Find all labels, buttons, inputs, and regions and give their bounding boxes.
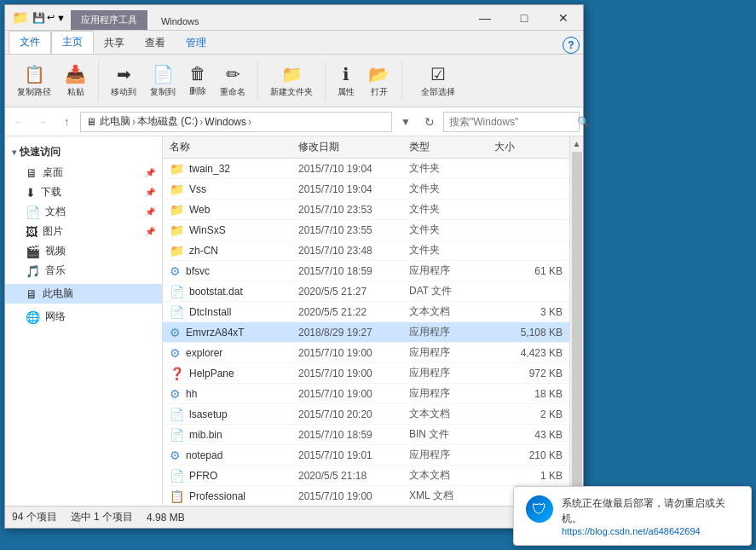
network-section: 🌐 网络 (5, 305, 162, 328)
file-row[interactable]: ⚙ bfsvc 2015/7/10 18:59 应用程序 61 KB (163, 261, 569, 281)
downloads-icon: ⬇ (26, 186, 36, 200)
folder-icon: 📁 (170, 244, 184, 258)
file-type: 应用程序 (409, 325, 494, 339)
sidebar-item-network[interactable]: 🌐 网络 (5, 307, 162, 327)
file-date: 2015/7/10 23:48 (298, 245, 409, 257)
ribbon-group-new: 📁 新建文件夹 (265, 61, 326, 101)
file-size: 2 KB (494, 408, 563, 420)
search-box[interactable]: 🔍 (443, 112, 580, 132)
thispc-icon: 🖥 (26, 287, 38, 301)
ribbon-tab-home[interactable]: 主页 (51, 31, 94, 54)
copy-path-button[interactable]: 📋 复制路径 (12, 61, 56, 101)
file-name: 📁 twain_32 (170, 162, 298, 176)
ribbon-tab-file[interactable]: 文件 (9, 31, 51, 54)
scrollbar[interactable]: ▲ ▼ (569, 136, 583, 506)
file-size: 1 KB (494, 470, 563, 482)
pin-icon-dl: 📌 (145, 188, 155, 197)
file-row[interactable]: 📄 PFRO 2020/5/5 21:18 文本文档 1 KB (163, 466, 569, 486)
help-button[interactable]: ? (563, 37, 580, 54)
ribbon-group-open: ℹ 属性 📂 打开 (332, 61, 402, 101)
sidebar-item-pictures[interactable]: 🖼 图片 📌 (5, 222, 162, 241)
up-button[interactable]: ↑ (56, 112, 77, 132)
quick-access-header[interactable]: ▾ 快速访问 (5, 142, 162, 163)
file-type: 应用程序 (409, 263, 494, 278)
maximize-button[interactable]: □ (505, 5, 544, 31)
sidebar-item-downloads[interactable]: ⬇ 下载 📌 (5, 182, 162, 202)
file-date: 2015/7/10 23:53 (298, 204, 409, 216)
close-button[interactable]: ✕ (544, 5, 583, 31)
rename-button[interactable]: ✏ 重命名 (215, 61, 251, 101)
file-name: 📄 lsasetup (170, 408, 298, 421)
file-date: 2015/7/10 19:00 (298, 388, 409, 400)
undo-icon: ↩ (47, 12, 55, 23)
copy-button[interactable]: 📄 复制到 (145, 61, 181, 101)
file-row[interactable]: 📁 twain_32 2015/7/10 19:04 文件夹 (163, 159, 569, 179)
ribbon-tab-share[interactable]: 共享 (94, 32, 135, 54)
sidebar-item-videos[interactable]: 🎬 视频 (5, 241, 162, 261)
file-row[interactable]: 📁 WinSxS 2015/7/10 23:55 文件夹 (163, 220, 569, 240)
tab-windows[interactable]: Windows (147, 13, 213, 30)
file-size: 5,108 KB (494, 327, 563, 339)
file-date: 2015/7/10 19:00 (298, 490, 409, 502)
sidebar-item-thispc[interactable]: 🖥 此电脑 (5, 284, 162, 304)
new-folder-button[interactable]: 📁 新建文件夹 (265, 61, 318, 101)
sidebar-item-documents[interactable]: 📄 文档 📌 (5, 202, 162, 222)
file-row[interactable]: ⚙ EmvrzA84xT 2018/8/29 19:27 应用程序 5,108 … (163, 322, 569, 343)
file-row[interactable]: 📁 Web 2015/7/10 23:53 文件夹 (163, 200, 569, 220)
file-row[interactable]: 📄 mib.bin 2015/7/10 18:59 BIN 文件 43 KB (163, 425, 569, 445)
ribbon-tab-manage[interactable]: 管理 (176, 32, 216, 54)
search-input[interactable] (449, 116, 577, 128)
paste-button[interactable]: 📥 粘贴 (60, 61, 91, 101)
file-rows-container: 📁 twain_32 2015/7/10 19:04 文件夹 📁 Vss 201… (163, 159, 569, 506)
delete-button[interactable]: 🗑 删除 (184, 61, 211, 101)
address-path[interactable]: 🖥 此电脑 › 本地磁盘 (C:) › Windows › (80, 112, 392, 132)
sidebar-item-music[interactable]: 🎵 音乐 (5, 261, 162, 281)
notification-popup: 🛡 系统正在做最后部署，请勿重启或关机。 https://blog.csdn.n… (513, 486, 752, 546)
select-all-button[interactable]: ☑ 全部选择 (416, 61, 460, 101)
file-row[interactable]: 📄 bootstat.dat 2020/5/5 21:27 DAT 文件 (163, 281, 569, 302)
file-date: 2020/5/5 21:18 (298, 470, 409, 482)
file-row[interactable]: 📋 Professional 2015/7/10 19:00 XML 文档 32… (163, 486, 569, 506)
file-name: ⚙ hh (170, 387, 298, 401)
file-list-header: 名称 修改日期 类型 大小 (163, 136, 569, 159)
properties-button[interactable]: ℹ 属性 (332, 61, 360, 101)
scroll-up-button[interactable]: ▲ (570, 136, 583, 150)
file-row[interactable]: ⚙ notepad 2015/7/10 19:01 应用程序 210 KB (163, 445, 569, 466)
file-row[interactable]: 📄 lsasetup 2015/7/10 20:20 文本文档 2 KB (163, 404, 569, 425)
exe-icon: ⚙ (170, 387, 181, 401)
file-name: 📄 bootstat.dat (170, 285, 298, 298)
file-name: 📄 mib.bin (170, 428, 298, 442)
file-name: ❓ HelpPane (170, 367, 298, 380)
content-area: ▾ 快速访问 🖥 桌面 📌 ⬇ 下载 📌 📄 文档 📌 (5, 136, 583, 506)
minimize-button[interactable]: — (465, 5, 505, 31)
file-row[interactable]: ⚙ explorer 2015/7/10 19:00 应用程序 4,423 KB (163, 343, 569, 363)
col-size: 大小 (494, 140, 563, 154)
ribbon: 文件 主页 共享 查看 管理 ? 📋 复制路径 (5, 31, 583, 107)
copy-icon: 📋 (24, 64, 45, 84)
file-row[interactable]: 📁 zh-CN 2015/7/10 23:48 文件夹 (163, 240, 569, 261)
file-name: 📁 WinSxS (170, 223, 298, 237)
tab-app-tools[interactable]: 应用程序工具 (71, 10, 147, 30)
scroll-thumb[interactable] (572, 152, 582, 490)
back-button[interactable]: ← (9, 112, 29, 132)
ribbon-tab-view[interactable]: 查看 (135, 32, 176, 54)
file-row[interactable]: ❓ HelpPane 2015/7/10 19:00 应用程序 972 KB (163, 363, 569, 384)
file-date: 2015/7/10 19:00 (298, 368, 409, 379)
file-size: 210 KB (494, 449, 563, 461)
file-type: 文本文档 (409, 304, 494, 319)
move-button[interactable]: ➡ 移动到 (106, 61, 141, 101)
file-date: 2020/5/5 21:27 (298, 286, 409, 298)
file-date: 2015/7/10 18:59 (298, 265, 409, 277)
refresh-button[interactable]: ↻ (419, 112, 440, 132)
file-row[interactable]: ⚙ hh 2015/7/10 19:00 应用程序 18 KB (163, 384, 569, 404)
forward-button[interactable]: → (32, 112, 53, 132)
file-row[interactable]: 📄 DtcInstall 2020/5/5 21:22 文本文档 3 KB (163, 302, 569, 322)
col-date: 修改日期 (298, 140, 409, 154)
sidebar-item-desktop[interactable]: 🖥 桌面 📌 (5, 163, 162, 182)
sidebar: ▾ 快速访问 🖥 桌面 📌 ⬇ 下载 📌 📄 文档 📌 (5, 136, 163, 506)
path-dropdown-button[interactable]: ▼ (395, 112, 416, 132)
file-type: 文件夹 (409, 223, 494, 237)
open-button[interactable]: 📂 打开 (363, 61, 395, 101)
file-row[interactable]: 📁 Vss 2015/7/10 19:04 文件夹 (163, 179, 569, 200)
notification-url[interactable]: https://blog.csdn.net/a648642694 (562, 526, 739, 536)
